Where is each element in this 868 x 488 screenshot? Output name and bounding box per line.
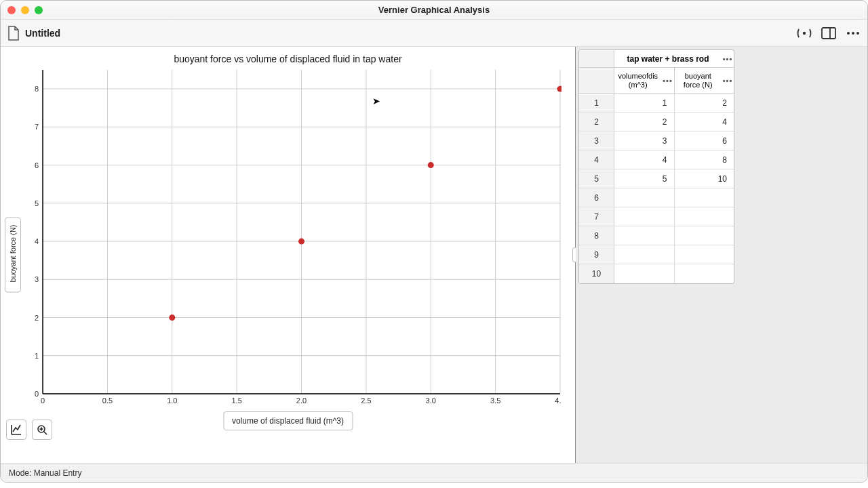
data-pane: tap water + brass rod ••• volumeofdis (m… <box>576 47 867 463</box>
cell-x[interactable]: 5 <box>614 169 675 188</box>
svg-line-45 <box>44 432 47 434</box>
svg-point-5 <box>856 32 859 35</box>
svg-text:0: 0 <box>41 396 45 405</box>
table-row[interactable]: 448 <box>579 150 734 169</box>
data-point[interactable] <box>428 162 434 168</box>
cell-x[interactable]: 1 <box>614 94 675 112</box>
dataset-name[interactable]: tap water + brass rod <box>614 54 722 64</box>
cell-y[interactable] <box>675 226 734 245</box>
app-toolbar: Untitled <box>1 20 867 47</box>
window-title: Vernier Graphical Analysis <box>1 5 867 15</box>
data-point[interactable] <box>557 86 561 92</box>
row-number: 4 <box>579 150 614 169</box>
svg-text:2.5: 2.5 <box>361 396 371 405</box>
table-row[interactable]: 336 <box>579 131 734 150</box>
table-row[interactable]: 8 <box>579 226 734 245</box>
svg-text:1: 1 <box>35 352 39 360</box>
statusbar: Mode: Manual Entry <box>1 463 867 482</box>
svg-rect-1 <box>822 28 835 39</box>
cell-y[interactable]: 6 <box>675 131 734 150</box>
cell-y[interactable] <box>675 188 734 207</box>
svg-text:3: 3 <box>35 275 39 283</box>
x-axis-label: volume of displaced fluid (m^3) <box>232 416 344 426</box>
row-number: 8 <box>579 226 614 245</box>
x-axis-label-box[interactable]: volume of displaced fluid (m^3) <box>223 411 353 430</box>
cell-y[interactable] <box>675 245 734 264</box>
column-1-more-icon[interactable]: ••• <box>662 77 674 85</box>
svg-text:5: 5 <box>35 199 39 207</box>
window-titlebar: Vernier Graphical Analysis <box>1 1 867 20</box>
table-corner-2 <box>579 68 614 93</box>
column-2-more-icon[interactable]: ••• <box>722 77 734 85</box>
cell-y[interactable] <box>675 264 734 283</box>
column-2-header[interactable]: buoyant force (N) <box>675 70 722 90</box>
table-row[interactable]: 6 <box>579 188 734 207</box>
cell-y[interactable]: 10 <box>675 169 734 188</box>
row-number: 9 <box>579 245 614 264</box>
mode-label: Mode: Manual Entry <box>9 468 81 478</box>
cell-y[interactable]: 2 <box>675 94 734 112</box>
chart-pane[interactable]: buoyant force vs volume of displaced flu… <box>1 47 576 463</box>
dataset-more-icon[interactable]: ••• <box>722 55 734 63</box>
y-axis-label: buoyant force (N) <box>9 225 17 283</box>
cell-x[interactable] <box>614 245 675 264</box>
cell-y[interactable]: 4 <box>675 113 734 131</box>
svg-text:0.5: 0.5 <box>102 396 113 405</box>
cell-x[interactable] <box>614 207 675 226</box>
row-number: 7 <box>579 207 614 226</box>
svg-text:1.5: 1.5 <box>231 396 241 405</box>
svg-text:4.0: 4.0 <box>555 396 561 405</box>
cell-x[interactable]: 2 <box>614 113 675 131</box>
svg-text:3.5: 3.5 <box>490 396 500 405</box>
column-1-header[interactable]: volumeofdis (m^3) <box>614 70 662 90</box>
svg-text:6: 6 <box>35 161 39 169</box>
table-corner <box>579 50 614 67</box>
svg-point-0 <box>803 31 806 34</box>
row-number: 10 <box>579 264 614 283</box>
table-row[interactable]: 112 <box>579 94 734 113</box>
document-title[interactable]: Untitled <box>25 28 60 39</box>
more-icon[interactable] <box>846 26 861 41</box>
cell-x[interactable]: 4 <box>614 150 675 169</box>
table-row[interactable]: 224 <box>579 113 734 131</box>
table-row[interactable]: 7 <box>579 207 734 226</box>
row-number: 6 <box>579 188 614 207</box>
data-point[interactable] <box>298 239 304 245</box>
chart-title[interactable]: buoyant force vs volume of displaced flu… <box>1 54 575 64</box>
cell-y[interactable]: 8 <box>675 150 734 169</box>
graph-tools-button[interactable] <box>6 420 26 440</box>
svg-text:2: 2 <box>35 314 39 322</box>
chart-plot-area[interactable]: 00.51.01.52.02.53.03.54.0012345678 ➤ <box>31 67 561 407</box>
cell-x[interactable]: 3 <box>614 131 675 150</box>
svg-text:1.0: 1.0 <box>167 396 177 405</box>
zoom-fit-button[interactable] <box>32 420 52 440</box>
svg-text:0: 0 <box>35 390 39 398</box>
cell-x[interactable] <box>614 226 675 245</box>
row-number: 2 <box>579 113 614 131</box>
cell-x[interactable] <box>614 264 675 283</box>
cell-x[interactable] <box>614 188 675 207</box>
svg-text:7: 7 <box>35 123 39 131</box>
sensor-icon[interactable] <box>797 26 812 41</box>
table-row[interactable]: 9 <box>579 245 734 264</box>
row-number: 3 <box>579 131 614 150</box>
table-row[interactable]: 5510 <box>579 169 734 188</box>
y-axis-label-box[interactable]: buoyant force (N) <box>5 218 21 293</box>
row-number: 1 <box>579 94 614 112</box>
svg-point-3 <box>847 32 850 35</box>
svg-text:3.0: 3.0 <box>426 396 436 405</box>
data-table[interactable]: tap water + brass rod ••• volumeofdis (m… <box>578 49 734 284</box>
cell-y[interactable] <box>675 207 734 226</box>
data-point[interactable] <box>169 314 175 321</box>
document-icon[interactable] <box>7 26 20 41</box>
row-number: 5 <box>579 169 614 188</box>
svg-text:4: 4 <box>35 237 39 245</box>
svg-text:8: 8 <box>35 85 39 93</box>
layout-icon[interactable] <box>821 26 836 41</box>
svg-point-4 <box>852 32 854 35</box>
svg-text:2.0: 2.0 <box>296 396 307 405</box>
table-row[interactable]: 10 <box>579 264 734 283</box>
